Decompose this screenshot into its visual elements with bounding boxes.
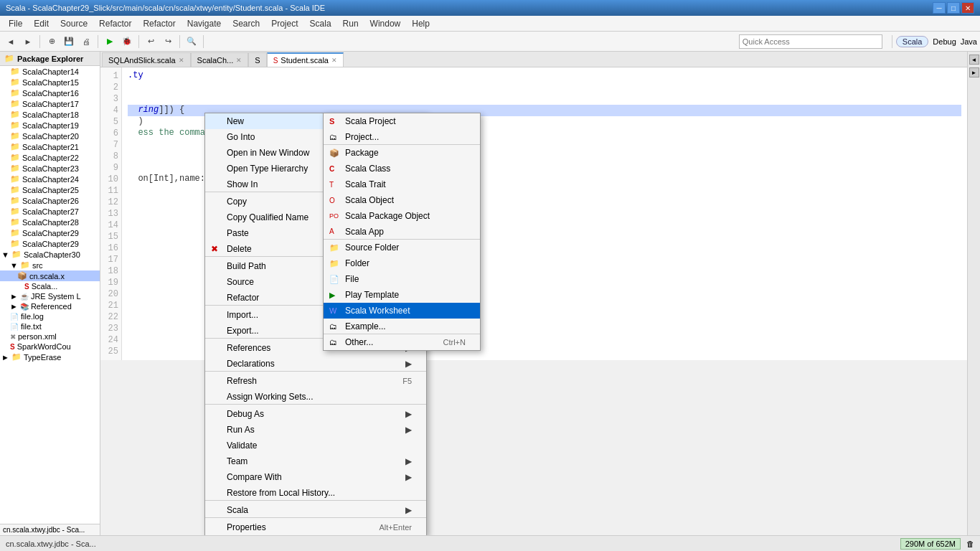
tree-item[interactable]: ▼📁ScalaChapter30 — [0, 249, 100, 260]
toolbar-forward[interactable]: ► — [20, 34, 36, 50]
toolbar-undo[interactable]: ↩ — [143, 34, 159, 50]
submenu-label: Play Template — [345, 290, 399, 300]
ctx-item-compare-with[interactable]: Compare With ▶ — [205, 469, 426, 485]
menu-run[interactable]: Run — [337, 17, 364, 30]
ctx-item-validate[interactable]: Validate — [205, 438, 426, 453]
toolbar-run[interactable]: ▶ — [102, 34, 118, 50]
tab-scalachapter[interactable]: ScalaCh... ✕ — [191, 52, 249, 67]
submenu-package[interactable]: 📦 Package — [324, 145, 480, 161]
tree-item-file-txt[interactable]: 📄file.txt — [0, 321, 100, 331]
quick-access-input[interactable] — [743, 37, 879, 46]
menu-source[interactable]: Source — [55, 17, 93, 30]
ctx-item-team[interactable]: Team ▶ — [205, 453, 426, 469]
menu-project[interactable]: Project — [265, 17, 303, 30]
tree-item[interactable]: 📁ScalaChapter21 — [0, 141, 100, 152]
sidebar-btn-1[interactable]: ◄ — [969, 55, 979, 65]
tree-item[interactable]: 📁ScalaChapter15 — [0, 77, 100, 88]
tab-s[interactable]: S — [248, 52, 266, 67]
tab-close-icon2[interactable]: ✕ — [236, 57, 242, 64]
scala-perspective[interactable]: Scala — [896, 36, 929, 47]
submenu-example[interactable]: 🗂 Example... — [324, 319, 480, 334]
ctx-item-scala[interactable]: Scala ▶ — [205, 502, 426, 518]
tree-item-spark[interactable]: SSparkWordCou — [0, 342, 100, 352]
submenu-label: Package — [345, 148, 379, 158]
tree-item[interactable]: 📁ScalaChapter14 — [0, 66, 100, 77]
submenu-folder[interactable]: 📁 Folder — [324, 255, 480, 271]
tree-item[interactable]: 📁ScalaChapter22 — [0, 152, 100, 163]
tree-item-person-xml[interactable]: ✖person.xml — [0, 331, 100, 342]
quick-access-box[interactable] — [739, 34, 882, 49]
tree-item[interactable]: 📁ScalaChapter19 — [0, 120, 100, 131]
toolbar-new[interactable]: ⊕ — [44, 34, 60, 50]
trash-icon[interactable]: 🗑 — [966, 540, 974, 548]
ctx-item-declarations[interactable]: Declarations ▶ — [205, 356, 426, 372]
menu-refactor2[interactable]: Refactor — [137, 17, 181, 30]
memory-indicator[interactable]: 290M of 652M — [900, 538, 961, 550]
toolbar-search[interactable]: 🔍 — [184, 34, 199, 50]
tree-item-jre[interactable]: ►☕JRE System L — [0, 291, 100, 301]
maximize-button[interactable]: □ — [947, 2, 960, 14]
tree-item-cn-scala[interactable]: 📦cn.scala.x — [0, 270, 100, 281]
menu-edit[interactable]: Edit — [28, 17, 55, 30]
tab-close-icon[interactable]: ✕ — [179, 57, 184, 64]
toolbar-print[interactable]: 🖨 — [78, 34, 94, 50]
tree-item[interactable]: 📁ScalaChapter28 — [0, 217, 100, 227]
ctx-item-properties[interactable]: Properties Alt+Enter — [205, 519, 426, 535]
tree-item[interactable]: 📁ScalaChapter26 — [0, 195, 100, 206]
code-line — [128, 82, 961, 93]
tree-item[interactable]: 📁ScalaChapter29 — [0, 238, 100, 249]
tree-item[interactable]: 📁ScalaChapter24 — [0, 174, 100, 184]
ctx-item-restore[interactable]: Restore from Local History... — [205, 485, 426, 501]
submenu-play-template[interactable]: ▶ Play Template — [324, 287, 480, 303]
submenu-scala-package-object[interactable]: PO Scala Package Object — [324, 208, 480, 224]
ctx-item-debug-as[interactable]: Debug As ▶ — [205, 406, 426, 422]
submenu-scala-project[interactable]: S Scala Project — [324, 113, 480, 129]
java-perspective[interactable]: Java — [961, 37, 977, 46]
submenu-other[interactable]: 🗂 Other... Ctrl+N — [324, 334, 480, 350]
submenu-scala-trait[interactable]: T Scala Trait — [324, 176, 480, 192]
tree-item-file-log[interactable]: 📄file.log — [0, 311, 100, 321]
tab-sqlandslick[interactable]: SQLAndSlick.scala ✕ — [102, 52, 191, 67]
toolbar-debug[interactable]: 🐞 — [119, 34, 135, 50]
tree-item[interactable]: 📁ScalaChapter16 — [0, 88, 100, 98]
submenu-project[interactable]: 🗂 Project... — [324, 129, 480, 145]
close-button[interactable]: ✕ — [961, 2, 974, 14]
tree-item[interactable]: 📁ScalaChapter17 — [0, 98, 100, 109]
tree-item[interactable]: 📁ScalaChapter20 — [0, 131, 100, 141]
ctx-item-assign-working-sets[interactable]: Assign Working Sets... — [205, 389, 426, 405]
submenu-source-folder[interactable]: 📁 Source Folder — [324, 240, 480, 255]
ctx-item-refresh[interactable]: Refresh F5 — [205, 373, 426, 389]
menu-file[interactable]: File — [3, 17, 28, 30]
tree-item[interactable]: 📁ScalaChapter25 — [0, 184, 100, 195]
menu-refactor[interactable]: Refactor — [93, 17, 137, 30]
debug-perspective[interactable]: Debug — [933, 37, 956, 46]
menu-window[interactable]: Window — [364, 17, 407, 30]
minimize-button[interactable]: ─ — [933, 2, 946, 14]
menu-scala[interactable]: Scala — [304, 17, 337, 30]
toolbar-redo[interactable]: ↪ — [160, 34, 176, 50]
submenu-scala-class[interactable]: C Scala Class — [324, 161, 480, 176]
menu-help[interactable]: Help — [406, 17, 435, 30]
tree-item-referenced[interactable]: ►📚Referenced — [0, 301, 100, 311]
tree-item[interactable]: 📁ScalaChapter18 — [0, 109, 100, 120]
tab-student[interactable]: S Student.scala ✕ — [267, 52, 344, 67]
tree-item-scala-file[interactable]: SScala... — [0, 281, 100, 291]
submenu-scala-object[interactable]: O Scala Object — [324, 192, 480, 208]
toolbar-back[interactable]: ◄ — [3, 34, 19, 50]
menu-navigate[interactable]: Navigate — [182, 17, 227, 30]
submenu-scala-worksheet[interactable]: W Scala Worksheet — [324, 303, 480, 319]
submenu-scala-app[interactable]: A Scala App — [324, 224, 480, 240]
tree-item[interactable]: 📁ScalaChapter27 — [0, 206, 100, 217]
tree-item[interactable]: 📁ScalaChapter29 — [0, 227, 100, 238]
submenu-file[interactable]: 📄 File — [324, 271, 480, 287]
sidebar-btn-2[interactable]: ► — [969, 67, 979, 77]
tab-close-icon3[interactable]: ✕ — [331, 57, 337, 64]
ctx-item-run-as[interactable]: Run As ▶ — [205, 422, 426, 438]
menu-search[interactable]: Search — [227, 17, 265, 30]
tree-item[interactable]: ▼📁src — [0, 260, 100, 270]
submenu-label: Example... — [345, 321, 386, 331]
toolbar-save[interactable]: 💾 — [61, 34, 77, 50]
titlebar-title: Scala - ScalaChapter29_Slick/src/main/sc… — [6, 4, 325, 12]
tree-item-typeerase[interactable]: ►📁TypeErase — [0, 352, 100, 362]
tree-item[interactable]: 📁ScalaChapter23 — [0, 163, 100, 174]
